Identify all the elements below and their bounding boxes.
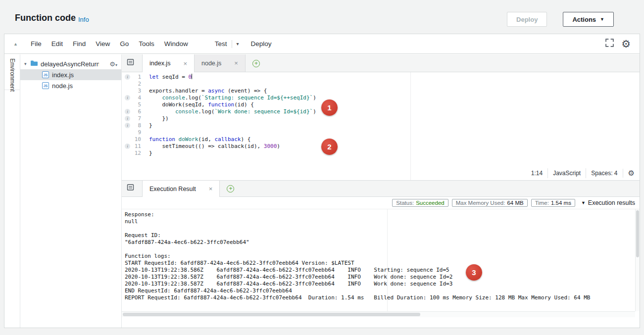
ide-area: Environment ▾ delayedAsyncReturn ⚙▾ JSin… [4, 54, 640, 328]
code-text: setTimeout(() => callback(id), 3000) [145, 143, 280, 150]
menu-item-go[interactable]: Go [115, 40, 134, 48]
actions-button-label: Actions [572, 16, 596, 23]
environment-strip: Environment [4, 54, 20, 328]
actions-button[interactable]: Actions ▼ [563, 12, 614, 27]
info-annotation-icon: i [125, 144, 130, 149]
tab-list-icon[interactable] [127, 184, 134, 193]
caret-down-icon: ▼ [600, 17, 604, 22]
menu-item-edit[interactable]: Edit [47, 40, 68, 48]
menu-bar: ▲ FileEditFindViewGoToolsWindow Test ▾ D… [4, 34, 640, 54]
code-editor[interactable]: i1let seqId = 023exports.handler = async… [122, 72, 640, 180]
collapse-panel-icon[interactable]: ▲ [13, 42, 18, 47]
new-tab-icon[interactable]: + [252, 60, 260, 67]
line-number[interactable]: 3 [122, 88, 145, 95]
code-line: 3exports.handler = async (event) => { [122, 88, 640, 95]
tab-list-icon[interactable] [127, 58, 134, 68]
js-file-icon: JS [42, 82, 49, 89]
code-line: i6 console.log(`Work done: sequence Id=$… [122, 108, 640, 115]
code-text: }) [145, 115, 169, 122]
file-name: index.js [52, 71, 74, 79]
folder-caret-icon[interactable]: ▾ [24, 61, 30, 66]
test-caret-icon[interactable]: ▾ [237, 41, 239, 47]
result-badges-row: Status:SucceededMax Memory Used:64 MBTim… [122, 197, 640, 209]
status-badges: Status:SucceededMax Memory Used:64 MBTim… [392, 199, 575, 207]
menu-test-button[interactable]: Test [215, 40, 227, 48]
editor-panel: ▲ FileEditFindViewGoToolsWindow Test ▾ D… [4, 34, 640, 328]
tree-file-list: JSindex.jsJSnode.js [20, 69, 121, 91]
info-annotation-icon: i [125, 95, 130, 100]
line-number[interactable]: 5 [122, 101, 145, 108]
status-cursor-position[interactable]: 1:14 [526, 168, 547, 178]
line-number[interactable]: i8 [122, 122, 145, 129]
close-icon[interactable]: × [183, 60, 187, 67]
close-icon[interactable]: × [234, 59, 238, 67]
code-line: 2 [122, 81, 640, 88]
code-line: i11 setTimeout(() => callback(id), 3000) [122, 143, 640, 150]
status-indentation[interactable]: Spaces: 4 [586, 168, 622, 178]
code-text: console.log(`Work done: sequence Id=${id… [145, 108, 316, 115]
code-line: i8} [122, 122, 640, 129]
menu-item-tools[interactable]: Tools [134, 40, 159, 48]
deploy-button[interactable]: Deploy [507, 12, 547, 27]
line-number[interactable]: 9 [122, 129, 145, 136]
folder-name: delayedAsyncReturn [41, 60, 99, 68]
line-number[interactable]: 12 [122, 150, 145, 157]
execution-results-label: Execution results [588, 199, 635, 206]
info-link[interactable]: Info [78, 16, 89, 23]
environment-tab-label: Environment [9, 58, 16, 92]
menu-item-file[interactable]: File [26, 40, 47, 48]
code-text: let seqId = 0 [145, 74, 192, 81]
line-number[interactable]: 2 [122, 81, 145, 88]
editor-tab-node.js[interactable]: node.js× [195, 54, 246, 72]
code-line: 5 doWork(seqId, function(id) { [122, 101, 640, 108]
execution-results-toggle[interactable]: ▼ Execution results [581, 199, 635, 206]
info-annotation-icon: i [125, 74, 130, 80]
tree-settings-gear-icon[interactable]: ⚙▾ [109, 60, 117, 68]
line-number[interactable]: i11 [122, 143, 145, 150]
scrollbar-thumb[interactable] [636, 210, 639, 257]
menu-deploy-button[interactable]: Deploy [251, 40, 272, 48]
status-badge: Max Memory Used:64 MB [452, 199, 528, 207]
line-number[interactable]: i4 [122, 95, 145, 101]
line-number[interactable]: i1 [122, 74, 145, 81]
folder-icon [30, 60, 38, 68]
annotation-callout-3: 3 [466, 264, 482, 281]
header-actions: Deploy Actions ▼ [507, 12, 614, 27]
code-text: exports.handler = async (event) => { [145, 88, 267, 95]
info-annotation-icon: i [125, 109, 130, 114]
tab-label: index.js [149, 60, 170, 67]
code-text: } [145, 122, 152, 129]
menu-item-find[interactable]: Find [68, 40, 91, 48]
vertical-scrollbar[interactable] [635, 209, 640, 311]
editor-settings-gear-icon[interactable]: ⚙ [623, 169, 636, 178]
status-badge: Status:Succeeded [392, 199, 448, 207]
tree-file-node.js[interactable]: JSnode.js [20, 80, 121, 91]
results-panel: Execution Result × + Status:SucceededMax… [122, 180, 640, 328]
tree-folder-row[interactable]: ▾ delayedAsyncReturn ⚙▾ [20, 58, 121, 69]
settings-gear-icon[interactable]: ⚙ [621, 39, 631, 49]
code-text [145, 81, 149, 88]
code-line: 12} [122, 150, 640, 157]
info-annotation-icon: i [125, 123, 130, 128]
line-number[interactable]: i6 [122, 108, 145, 115]
scrollbar-thumb[interactable] [123, 313, 420, 316]
page-title: Function code [15, 13, 76, 23]
status-language[interactable]: JavaScript [547, 168, 586, 178]
line-number[interactable]: 10 [122, 136, 145, 143]
menu-items: FileEditFindViewGoToolsWindow [26, 40, 193, 48]
close-icon[interactable]: × [209, 185, 213, 192]
environment-tab[interactable]: Environment [4, 54, 20, 90]
line-number[interactable]: i7 [122, 115, 145, 122]
editor-tab-index.js[interactable]: index.js× [142, 54, 195, 72]
horizontal-scrollbar[interactable] [122, 311, 635, 317]
tab-label: Execution Result [149, 186, 196, 192]
code-line: i1let seqId = 0 [122, 74, 640, 81]
tree-file-index.js[interactable]: JSindex.js [20, 69, 121, 80]
fullscreen-icon[interactable] [605, 39, 614, 49]
execution-result-tab[interactable]: Execution Result × [142, 181, 220, 197]
menu-item-window[interactable]: Window [159, 40, 193, 48]
execution-output: Response: null Request ID: "6afdf887-424… [122, 209, 640, 311]
menu-item-view[interactable]: View [91, 40, 115, 48]
new-tab-icon[interactable]: + [227, 185, 234, 192]
lambda-function-code-screen: Function code Info Deploy Actions ▼ ▲ Fi… [0, 0, 644, 335]
